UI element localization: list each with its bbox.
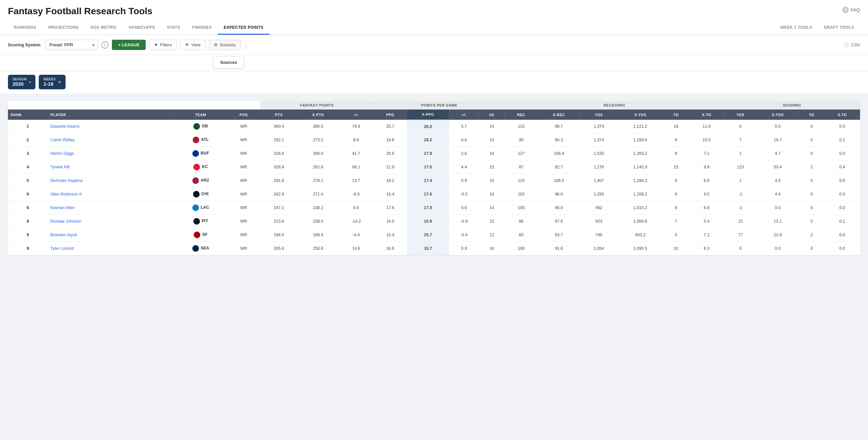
league-button[interactable]: + LEAGUE bbox=[112, 40, 145, 50]
sources-popup: Sources bbox=[220, 60, 237, 65]
cell-games: 15 bbox=[479, 215, 505, 228]
cell-xtd: 10.5 bbox=[689, 133, 724, 147]
cell-rush-xtd: 0.0 bbox=[825, 174, 860, 188]
cell-team: ATL bbox=[174, 133, 227, 147]
cell-games: 14 bbox=[479, 201, 505, 215]
scoring-select-wrapper[interactable]: Preset: PPR bbox=[45, 40, 98, 50]
cell-pts-diff: 8.9 bbox=[339, 133, 374, 147]
gear-icon: ⚙ bbox=[214, 42, 218, 47]
faq-icon: ? bbox=[842, 7, 849, 13]
cell-xpts: 273.2 bbox=[298, 133, 339, 147]
player-link[interactable]: Tyler Lockett bbox=[50, 246, 74, 251]
sources-button[interactable]: ⚙ Sources bbox=[209, 40, 241, 50]
cell-pos: WR bbox=[227, 201, 260, 215]
cell-yds: 748 bbox=[580, 228, 617, 242]
cell-team: PIT bbox=[174, 215, 227, 228]
table-row: 9 Brandon Aiyuk SF WR 184.5 188.9 -4.4 1… bbox=[8, 228, 860, 242]
player-link[interactable]: Allen Robinson II bbox=[50, 192, 82, 197]
cell-team: KC bbox=[174, 161, 227, 174]
nav-finishes[interactable]: FINISHES bbox=[186, 21, 217, 35]
cell-pts-diff: 8.9 bbox=[339, 201, 374, 215]
cell-yds: 1,054 bbox=[580, 242, 617, 256]
app-title: Fantasy Football Research Tools bbox=[8, 6, 860, 16]
rushing-group: RUSHING bbox=[724, 101, 860, 109]
cell-team: ARZ bbox=[174, 174, 227, 188]
nav-expected-points[interactable]: EXPECTED POINTS bbox=[218, 21, 270, 35]
col-pts-diff: +/- bbox=[339, 109, 374, 120]
team-logo bbox=[194, 232, 200, 238]
cell-player: Davante Adams bbox=[48, 120, 174, 133]
cell-xrec: 91.6 bbox=[538, 242, 580, 256]
cell-xppg: 20.0 bbox=[407, 120, 449, 133]
cell-yds: 1,374 bbox=[580, 120, 617, 133]
info-button[interactable]: i bbox=[101, 41, 108, 48]
team-logo bbox=[192, 177, 199, 184]
cell-xppg: 17.0 bbox=[407, 201, 449, 215]
cell-rush-yds: -1 bbox=[724, 188, 757, 201]
cell-rush-xyds: 0.0 bbox=[757, 120, 799, 133]
cell-xppg: 15.9 bbox=[407, 215, 449, 228]
cell-games: 16 bbox=[479, 188, 505, 201]
player-link[interactable]: Keenan Allen bbox=[50, 205, 75, 210]
cell-pts-diff: 66.1 bbox=[339, 161, 374, 174]
cell-games: 16 bbox=[479, 174, 505, 188]
cell-xppg: 17.4 bbox=[407, 174, 449, 188]
filters-button[interactable]: ▼ Filters bbox=[149, 40, 177, 50]
cell-rush-yds: 1 bbox=[724, 147, 757, 161]
cell-games: 12 bbox=[479, 228, 505, 242]
col-rush-yds: YDS bbox=[724, 109, 757, 120]
cell-xppg: 18.2 bbox=[407, 133, 449, 147]
cell-rush-td: 0 bbox=[799, 133, 825, 147]
nav-rankings[interactable]: RANKINGS bbox=[8, 21, 42, 35]
cell-rec: 115 bbox=[505, 120, 538, 133]
cell-xpts: 238.2 bbox=[298, 201, 339, 215]
player-link[interactable]: Brandon Aiyuk bbox=[50, 233, 77, 237]
cell-td: 9 bbox=[663, 133, 689, 147]
faq-link[interactable]: FAQ bbox=[851, 7, 860, 12]
cell-ppg-diff: 4.4 bbox=[449, 161, 479, 174]
player-link[interactable]: Stefon Diggs bbox=[50, 151, 74, 156]
player-link[interactable]: Calvin Ridley bbox=[50, 138, 74, 142]
nav-stats[interactable]: STATS bbox=[161, 21, 186, 35]
cell-ppg: 18.2 bbox=[374, 174, 407, 188]
cell-rush-yds: 15 bbox=[724, 215, 757, 228]
table-row: 1 Davante Adams GB WR 360.4 280.5 79.9 2… bbox=[8, 120, 860, 133]
cell-rush-xtd: 0.1 bbox=[825, 133, 860, 147]
col-pos: POS bbox=[227, 109, 260, 120]
player-link[interactable]: Tyreek Hill bbox=[50, 165, 69, 169]
cell-rec: 88 bbox=[505, 215, 538, 228]
cell-td: 5 bbox=[663, 228, 689, 242]
cell-games: 16 bbox=[479, 147, 505, 161]
cell-rush-xyds: 13.1 bbox=[757, 215, 799, 228]
csv-button[interactable]: 📄 CSV bbox=[844, 42, 860, 47]
view-button[interactable]: 👁 View bbox=[180, 40, 206, 50]
nav-draft-tools[interactable]: DRAFT TOOLS bbox=[818, 21, 860, 35]
csv-icon: 📄 bbox=[844, 42, 849, 47]
points-per-game-group: POINTS PER GAME bbox=[374, 101, 505, 109]
cell-ppg: 21.9 bbox=[374, 161, 407, 174]
nav-handcuffs[interactable]: HANDCUFFS bbox=[123, 21, 161, 35]
cell-player: Stefon Diggs bbox=[48, 147, 174, 161]
data-table-container: FANTASY POINTS POINTS PER GAME RECEIVING… bbox=[8, 101, 860, 256]
weeks-pill[interactable]: WEEKS 1-18 × bbox=[39, 75, 66, 89]
cell-xtd: 7.1 bbox=[689, 228, 724, 242]
cell-rush-xyds: 50.4 bbox=[757, 161, 799, 174]
season-pill[interactable]: SEASON 2020 ▾ bbox=[8, 75, 35, 89]
cell-td: 7 bbox=[663, 215, 689, 228]
cell-rush-xtd: 0.0 bbox=[825, 188, 860, 201]
cell-xrec: 98.7 bbox=[538, 120, 580, 133]
cell-ppg: 16.6 bbox=[374, 242, 407, 256]
player-link[interactable]: DeAndre Hopkins bbox=[50, 178, 83, 183]
table-row: 9 Tyler Lockett SEA WR 265.4 250.8 14.6 … bbox=[8, 242, 860, 256]
cell-player: Tyreek Hill bbox=[48, 161, 174, 174]
nav-sos-metric[interactable]: SOS METRIC bbox=[85, 21, 123, 35]
weeks-close-icon[interactable]: × bbox=[58, 79, 61, 85]
cell-team: CHI bbox=[174, 188, 227, 201]
nav-projections[interactable]: PROJECTIONS bbox=[42, 21, 85, 35]
player-link[interactable]: Diontae Johnson bbox=[50, 219, 82, 224]
scoring-select[interactable]: Preset: PPR bbox=[45, 40, 98, 50]
nav-week1-tools[interactable]: WEEK 1 TOOLS bbox=[774, 21, 818, 35]
player-link[interactable]: Davante Adams bbox=[50, 124, 80, 129]
cell-xrec: 80.3 bbox=[538, 133, 580, 147]
cell-pts: 328.6 bbox=[260, 147, 298, 161]
